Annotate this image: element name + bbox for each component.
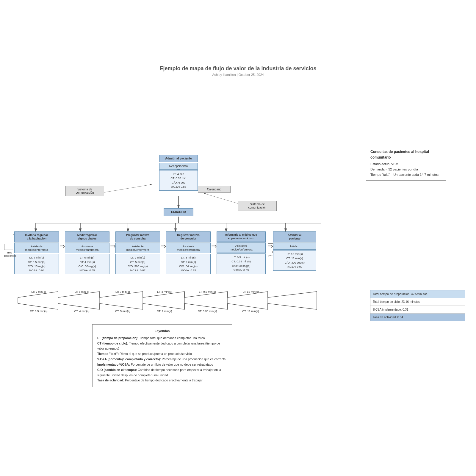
info-line2: Demanda = 32 pacientes por día (370, 167, 442, 172)
legend-title: Leyendas (97, 328, 227, 334)
summary-ca: %C&A implementado: 0.31 (370, 306, 465, 314)
p6-data: LT: 15 min(s) CT: 11 min(s) C/O: 300 seg… (273, 250, 316, 271)
tres-box-icon (4, 244, 13, 250)
emr-box: EMR/EHR (164, 208, 193, 216)
push-arrow-4: ⇒ (211, 242, 217, 250)
recepcionista-role: Recepcionista (159, 163, 198, 170)
p6-role: Médico (273, 243, 316, 250)
tl-lt-4: LT: 3 min(s) (146, 290, 183, 293)
p4-role: Asistentemédico/enfermera (166, 243, 211, 253)
tl-lt-3: LT: 7 min(s) (103, 290, 143, 293)
summary-box: Total tiempo de preparación: 42.5minutos… (370, 290, 465, 321)
legend-item-5: Implementado %C&A: Porcentaje de un fluj… (97, 362, 227, 367)
legend-item-6: C/O (cambio en el tiempo): Cantidad de t… (97, 367, 227, 378)
legend-item-3: Tiempo "takt": Ritmo al que se produce/p… (97, 351, 227, 357)
p4-data: LT: 3 min(s) CT: 2 min(s) C/O: 54 seg(s)… (166, 254, 211, 274)
push-arrow-5: ⇒ (268, 242, 273, 250)
summary-activity: Tasa de actividad: 0.54 (370, 314, 465, 321)
p5-data: LT: 0.5 min(s) CT: 0.33 min(s) C/O: 60 s… (217, 253, 266, 274)
p3-box: Preguntar motivode consulta (115, 231, 160, 242)
tl-ct-4: CT: 2 min(s) (146, 309, 183, 313)
legend-item-4: %C&A (porcentaje completado y correcto):… (97, 357, 227, 362)
info-line3: Tiempo "takt" = Un paciente cada 14,7 mi… (370, 172, 442, 178)
tres-label: Trespacientes (4, 251, 15, 257)
p3-group: Preguntar motivode consulta Asistenteméd… (115, 231, 160, 274)
tres-pacientes-group: Trespacientes (4, 244, 15, 257)
p5-role: Asistentemédico/enfermera (217, 242, 266, 253)
p1-group: Invitar a regresara la habitación Asiste… (14, 231, 59, 274)
push-arrow-1: ⇒ (60, 242, 65, 250)
summary-prep: Total tiempo de preparación: 42.5minutos (370, 290, 465, 298)
p2-box: Medir/registrarsignos vitales (65, 231, 109, 242)
sistema-left: Sistema de comunicación (65, 186, 104, 196)
tl-lt-6: LT: 15 min(s) (231, 290, 271, 293)
info-box-title: Consultas de pacientes al hospital comun… (370, 149, 442, 160)
sistema-right: Sistema de comunicación (238, 201, 277, 211)
p4-group: Registrar motivode consulta Asistenteméd… (166, 231, 211, 274)
admitir-process: Admitir al paciente Recepcionista LT: 4 … (159, 155, 198, 191)
tl-lt-1: LT: 7 min(s) (18, 290, 60, 293)
push-arrow-2: ⇒ (110, 242, 115, 250)
push-arrow-3: ⇒ (161, 242, 166, 250)
p6-group: Atender alpaciente Médico LT: 15 min(s) … (273, 231, 316, 271)
admitir-box: Admitir al paciente (159, 155, 198, 162)
tl-ct-2: CT: 4 min(s) (62, 309, 101, 313)
tl-ct-1: CT: 0.5 min(s) (18, 309, 60, 313)
info-line1: Estado actual VSM (370, 162, 442, 167)
info-box: Consultas de pacientes al hospital comun… (366, 146, 446, 181)
p2-role: Asistentemédico/enfermera (65, 243, 109, 253)
p2-data: LT: 6 min(s) CT: 4 min(s) C/O: 30seg(s) … (65, 254, 109, 274)
tl-ct-5: CT: 0.33 min(s) (187, 309, 228, 313)
svg-line-4 (98, 184, 152, 193)
legend-box: Leyendas LT (tiempo de preparación): Tie… (92, 324, 232, 387)
legend-item-7: Tasa de actividad: Porcentaje de tiempo … (97, 378, 227, 383)
p2-group: Medir/registrarsignos vitales Asistentem… (65, 231, 109, 274)
p5-group: Informarle al médico queel paciente está… (217, 231, 266, 274)
p4-box: Registrar motivode consulta (166, 231, 211, 242)
calendario-box: Calendario (198, 186, 231, 193)
page-subtitle: Ashley Hamilton | October 25, 2024 (0, 73, 476, 76)
tl-lt-5: LT: 0.5 min(s) (187, 290, 228, 293)
p3-role: Asistentemédico/enfermera (115, 243, 160, 253)
p5-box: Informarle al médico queel paciente está… (217, 231, 266, 242)
p1-data: LT: 7 min(s) CT: 0.5 min(s) C/O: 15seg(s… (14, 254, 59, 274)
legend-item-2: CT (tiempo de ciclo): Tiempo efectivamen… (97, 341, 227, 352)
tl-lt-2: LT: 6 min(s) (62, 290, 101, 293)
tl-ct-3: CT: 5 min(s) (103, 309, 143, 313)
p1-role: Asistentemédico/enfermera (14, 243, 59, 253)
p1-box: Invitar a regresara la habitación (14, 231, 59, 242)
summary-cycle: Total tiempo de ciclo: 23.16 minutos (370, 298, 465, 306)
tl-ct-6: CT: 11 min(s) (231, 309, 271, 313)
recepcionista-data: LT: 4 min CT: 0.33 min C/O: 6 sec %C&A: … (159, 170, 198, 191)
page-title: Ejemplo de mapa de flujo de valor de la … (0, 65, 476, 72)
p3-data: LT: 7 min(s) CT: 5 min(s) C/O: 360 seg(s… (115, 254, 160, 274)
page-container: Ejemplo de mapa de flujo de valor de la … (0, 65, 476, 476)
legend-item-1: LT (tiempo de preparación): Tiempo total… (97, 336, 227, 341)
p6-box: Atender alpaciente (273, 231, 316, 242)
